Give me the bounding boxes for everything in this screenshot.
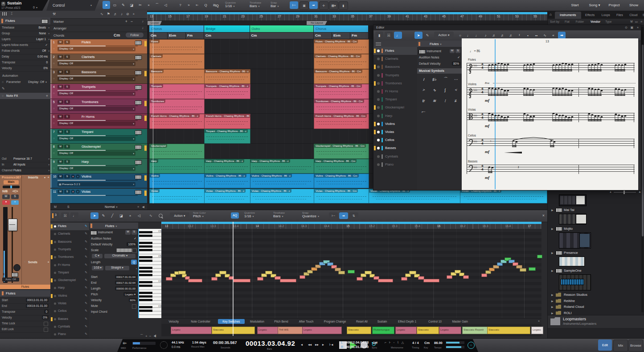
- editor-track-bassoons[interactable]: Bassoons: [373, 63, 417, 71]
- loop-toggle[interactable]: ▣: [299, 1, 309, 10]
- clip[interactable]: Harp - Chasing Rhythms - 86 - c: [204, 159, 250, 174]
- midi-note[interactable]: [338, 271, 345, 274]
- visibility-dot[interactable]: [54, 279, 56, 282]
- clip[interactable]: Violins - Chasing Rhythms - 86 - Cm: [314, 174, 369, 188]
- expand-icon[interactable]: ▶: [551, 299, 554, 302]
- clip[interactable]: Violas - Chasing Rhythms - 86 - c: [250, 189, 315, 203]
- control-tab[interactable]: Control ▾: [46, 0, 99, 11]
- lane-solo[interactable]: S: [67, 205, 70, 208]
- check-icon[interactable]: ✓: [134, 237, 136, 240]
- split-tool-icon[interactable]: ✂: [136, 1, 144, 9]
- visibility-dot[interactable]: [54, 310, 56, 312]
- arranger-section-chorus[interactable]: Chorus: [314, 25, 368, 32]
- black-key[interactable]: [139, 295, 152, 298]
- velocity-value[interactable]: 80%: [452, 62, 460, 66]
- black-key[interactable]: [139, 281, 152, 283]
- keyboard-icon[interactable]: [135, 85, 142, 90]
- power-icon[interactable]: ○: [24, 176, 26, 178]
- midi-note[interactable]: [520, 268, 526, 272]
- note-value-button-1[interactable]: ♩: [465, 32, 472, 39]
- notefx-row[interactable]: ○ Note FX +: [0, 93, 50, 99]
- audition-check-icon[interactable]: ✓: [457, 56, 460, 59]
- key-value[interactable]: Cm: [424, 341, 430, 345]
- maximize-icon[interactable]: ▣: [630, 26, 633, 29]
- keyboard-icon[interactable]: [135, 100, 142, 105]
- solo-button[interactable]: S: [64, 145, 70, 149]
- wrench-icon[interactable]: ⚒: [630, 20, 633, 24]
- solo-button[interactable]: S: [64, 130, 70, 134]
- plugin-thumbnail[interactable]: [579, 233, 590, 248]
- drum-editor-icon[interactable]: ☵: [61, 212, 69, 219]
- chords-row[interactable]: Chords Cm Follow: [50, 32, 147, 40]
- black-key[interactable]: [139, 256, 152, 258]
- pr-track-basses[interactable]: Basses✎: [50, 315, 89, 323]
- monitor-button[interactable]: ◖: [11, 200, 19, 205]
- clip[interactable]: Trumpets - Chasing Rhythms - 86 - Cm: [314, 84, 369, 99]
- pencil-icon[interactable]: ✎: [85, 240, 87, 244]
- timebase-group[interactable]: Timebase Bars: [250, 1, 261, 8]
- chord-block-0[interactable]: Cm: [149, 33, 167, 39]
- menu-icon[interactable]: ≡: [137, 205, 139, 208]
- event-row-transpose[interactable]: Transpose0: [0, 309, 50, 315]
- solo-button[interactable]: S: [455, 49, 460, 53]
- bend-tool-icon[interactable]: ⌒: [153, 1, 161, 9]
- expand-icon[interactable]: ▶: [551, 208, 554, 211]
- layers-menu[interactable]: ▦▾: [329, 1, 338, 10]
- visibility-dot[interactable]: [54, 295, 56, 297]
- nudge-ffwd-tool-icon[interactable]: »: [185, 1, 193, 9]
- power-icon[interactable]: ○: [53, 137, 55, 140]
- editor-track-glockenspiel[interactable]: Glockenspiel: [373, 104, 417, 112]
- pencil-icon[interactable]: ✎: [85, 224, 87, 228]
- solo-button[interactable]: S: [64, 40, 70, 44]
- editor-titlebar[interactable]: Editor ⊙ ▣ ×: [373, 25, 641, 30]
- return-to-start-button[interactable]: ⊦◂: [329, 343, 333, 347]
- track-header-bassoons[interactable]: 3MSBassoons○Display: Off▾: [50, 69, 147, 84]
- mute-tool-icon[interactable]: ×: [126, 212, 134, 219]
- mute-button[interactable]: M: [57, 40, 63, 44]
- clip[interactable]: Violas - Chasing Rhythms - 86 - Cm: [314, 189, 369, 203]
- clip[interactable]: Harp: [149, 159, 205, 174]
- cursor-icon[interactable]: ⌶: [11, 12, 13, 16]
- monitor-button[interactable]: ◖: [76, 174, 80, 178]
- keyswitch-staccato[interactable]: Staccato: [417, 327, 439, 334]
- pr-playhead[interactable]: [233, 222, 234, 336]
- list-icon[interactable]: [376, 42, 381, 46]
- midi-note[interactable]: [233, 279, 250, 282]
- visibility-dot[interactable]: [377, 131, 380, 133]
- keyswitch-staccato[interactable]: Staccato: [212, 327, 255, 334]
- power-icon[interactable]: ○: [53, 47, 55, 50]
- clip[interactable]: Trumpets: [149, 84, 205, 99]
- loop-end[interactable]: 00151.01.01.00: [345, 345, 369, 349]
- controller-tab-velocity[interactable]: Velocity: [164, 319, 184, 324]
- browser-tab-instruments[interactable]: Instruments: [555, 12, 581, 19]
- instrument-dropdown[interactable]: ▤ Presence 5 2 3▾: [57, 182, 135, 186]
- default-velocity-row[interactable]: Default Velocity100%: [89, 242, 138, 248]
- erase-tool-icon[interactable]: ◪: [117, 212, 125, 219]
- pr-track-harp[interactable]: Harp✎: [50, 284, 89, 292]
- editor-track-violins[interactable]: Violins: [373, 120, 417, 128]
- visibility-dot[interactable]: [377, 98, 380, 101]
- home-icon[interactable]: ⌂: [550, 12, 552, 17]
- browser-folder-reason-studios[interactable]: ▶Reason Studios: [548, 292, 644, 298]
- controller-tab-sustain[interactable]: Sustain: [373, 319, 391, 324]
- pr-track-piano[interactable]: Piano✎: [50, 331, 89, 338]
- snap-value[interactable]: Bar: [271, 4, 279, 8]
- time-bars[interactable]: 00013.03.04.92: [246, 340, 295, 347]
- midi-note[interactable]: [423, 279, 439, 282]
- list-view-icon[interactable]: ≡: [640, 20, 642, 23]
- audition-row[interactable]: Audition Notes ✓: [417, 55, 462, 61]
- timing-value[interactable]: 4 / 4: [412, 341, 419, 345]
- visibility-dot[interactable]: [377, 123, 380, 125]
- display-dropdown[interactable]: Display: Off▾: [57, 91, 135, 96]
- keyswitch-staccato[interactable]: Staccato: [487, 327, 530, 334]
- curve-icon[interactable]: ∿: [149, 214, 152, 218]
- midi-note[interactable]: [211, 277, 217, 281]
- clip[interactable]: Clarinets: [149, 54, 205, 69]
- mute-tool-icon[interactable]: ×: [145, 1, 152, 9]
- symbol-9[interactable]: ≋: [430, 96, 439, 105]
- editor-track-basses[interactable]: Basses: [373, 144, 417, 152]
- length-row[interactable]: LengthQ: [89, 260, 138, 265]
- timebase-value[interactable]: Bars: [273, 215, 285, 219]
- automation-lane-header[interactable]: M S Normal ≡ ◀: [50, 203, 147, 210]
- power-icon[interactable]: ○: [53, 62, 55, 65]
